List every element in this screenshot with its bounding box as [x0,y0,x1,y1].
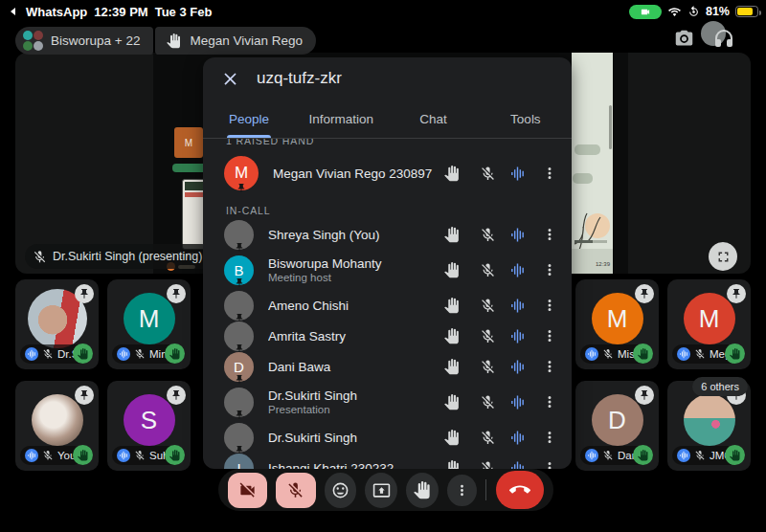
raised-hand-icon [444,227,461,243]
video-tile[interactable]: M Meg [667,279,751,369]
participant-name: Shreya Singh (You) [268,228,444,242]
speaking-indicator-icon [585,449,598,462]
raised-hand-icon [444,359,461,375]
meeting-code: uzq-tufz-zkr [257,69,342,88]
participant-menu-button[interactable] [539,259,560,280]
participant-menu-button[interactable] [539,356,560,377]
participant-menu-button[interactable] [539,391,560,412]
participant-menu-button[interactable] [539,427,560,448]
mic-off-button[interactable] [276,473,315,508]
pin-icon [639,389,650,401]
pin-icon [234,277,244,288]
tab-people[interactable]: People [203,100,295,138]
switch-camera-icon[interactable] [674,29,694,49]
pinned-badge [635,284,654,303]
video-tile[interactable]: Dr.Sukirti [15,279,99,369]
participant-menu-button[interactable] [539,457,560,469]
others-count-badge[interactable]: 6 others [692,377,748,396]
raise-hand-button[interactable] [406,473,439,508]
top-bar: Bisworupa + 22 Megan Vivian Rego [15,27,316,55]
speaking-indicator-icon [677,347,690,361]
hand-raised-badge [725,445,745,465]
mic-off-icon [134,348,146,360]
hand-raised-badge [725,344,745,364]
speaking-indicator-icon [509,359,526,375]
mic-off-icon [694,348,706,360]
back-app-label[interactable]: WhatsApp [26,5,87,19]
video-tile[interactable]: M Minakshi [107,279,191,369]
active-call-indicator[interactable] [629,5,662,19]
tab-tools[interactable]: Tools [480,100,572,138]
participant-menu-button[interactable] [539,325,560,346]
battery-icon [735,6,758,17]
present-screen-button[interactable] [365,473,397,508]
pinned-badge [167,284,186,303]
mic-off-icon [602,450,614,461]
raised-hand-icon [167,33,182,49]
camera-off-button[interactable] [228,473,267,508]
videocam-off-icon [238,481,257,499]
raised-hand-icon [444,328,461,344]
participant-row[interactable]: Dr.Sukirti Singh Presentation [203,382,572,422]
participant-row[interactable]: Amrita Sastry [203,321,572,351]
tab-chat[interactable]: Chat [388,100,480,138]
video-tile[interactable]: JMC 6 others [667,381,751,471]
participant-list[interactable]: 1 RAISED HAND M Megan Vivian Rego 230897… [203,139,572,469]
raised-hand-icon [78,348,89,360]
participant-menu-button[interactable] [539,163,560,184]
mic-off-icon [602,348,614,360]
speaking-indicator-icon [677,449,690,462]
participant-menu-button[interactable] [539,224,560,245]
tile-avatar: M [124,293,175,344]
participant-row[interactable]: I Ishangi Khatri 230232 [203,453,572,469]
participant-row[interactable]: Dr.Sukirti Singh [203,422,572,453]
tile-avatar: D [592,394,643,446]
status-bar: WhatsApp 12:39 PM Tue 3 Feb 81% [0,0,766,23]
mic-off-icon [480,262,496,278]
participant-row[interactable]: Ameno Chishi [203,290,572,321]
back-to-app-icon[interactable] [8,6,19,17]
video-tile[interactable]: You [15,381,99,471]
participant-row[interactable]: Shreya Singh (You) [203,219,572,250]
document-scrollbar[interactable] [609,105,612,149]
pointer-arc [725,468,766,532]
mic-off-icon [42,348,54,360]
pin-icon [731,288,742,299]
pin-icon [639,288,650,299]
raised-hand-icon [444,460,461,470]
headphones-icon[interactable] [712,27,735,50]
speaking-indicator-icon [509,328,526,344]
video-tile[interactable]: D Dani [575,381,659,471]
shared-document: 12:39 [572,53,613,274]
video-tile[interactable]: M Mishti [575,279,659,369]
participant-avatar [224,220,254,250]
mic-off-icon [480,328,496,344]
more-options-button[interactable] [447,475,476,506]
pin-icon [170,288,182,299]
pin-icon [170,389,182,401]
pin-icon [237,183,247,193]
participant-menu-button[interactable] [539,295,560,316]
participant-row[interactable]: D Dani Bawa [203,351,572,382]
video-tile[interactable]: S Suhani S [107,381,191,471]
speaking-indicator-icon [509,394,526,410]
end-call-button[interactable] [496,471,544,509]
participant-avatar [224,423,254,453]
fullscreen-icon [715,249,732,265]
end-call-icon [509,479,530,500]
rotation-lock-icon [687,6,700,18]
tab-information[interactable]: Information [295,100,387,138]
participant-avatar: D [224,352,254,382]
participant-row[interactable]: M Megan Vivian Rego 230897 [203,150,572,196]
reactions-button[interactable] [325,473,357,508]
hand-raised-badge [165,344,185,364]
fullscreen-button[interactable] [709,242,737,271]
battery-percent: 81% [706,5,730,18]
speaking-indicator-icon [25,347,38,361]
close-panel-button[interactable] [220,69,240,89]
participants-avatar-cluster [23,31,43,51]
participants-count-pill[interactable]: Bisworupa + 22 [15,27,153,55]
hand-raised-pill[interactable]: Megan Vivian Rego [155,27,316,55]
participant-row[interactable]: B Bisworupa Mohanty Meeting host [203,250,572,290]
participant-avatar [224,388,254,417]
